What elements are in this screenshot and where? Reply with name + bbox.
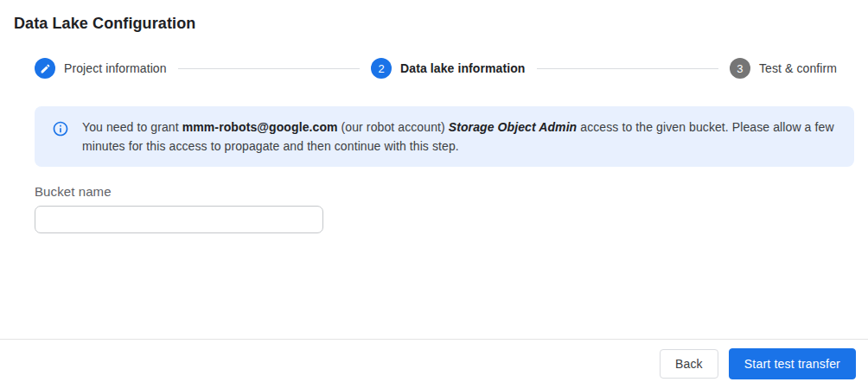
banner-role-name: Storage Object Admin — [449, 120, 578, 134]
info-banner: You need to grant mmm-robots@google.com … — [35, 106, 854, 167]
bucket-name-label: Bucket name — [35, 184, 868, 199]
step-3-badge: 3 — [730, 58, 750, 79]
step-label-project-information: Project information — [64, 61, 167, 75]
start-test-transfer-button[interactable]: Start test transfer — [729, 348, 856, 379]
info-banner-text: You need to grant mmm-robots@google.com … — [82, 118, 837, 156]
step-2-badge: 2 — [371, 58, 392, 79]
back-button[interactable]: Back — [660, 349, 718, 379]
stepper-connector — [178, 68, 360, 69]
data-lake-configuration-page: Data Lake Configuration Project informat… — [0, 0, 868, 382]
step-label-data-lake-information: Data lake information — [400, 61, 525, 75]
bucket-name-field: Bucket name — [35, 184, 868, 233]
bucket-name-input[interactable] — [35, 206, 323, 233]
banner-text-part1: You need to grant — [82, 120, 182, 134]
stepper: Project information 2 Data lake informat… — [35, 58, 837, 79]
footer-action-bar: Back Start test transfer — [0, 339, 868, 382]
banner-text-part2: (our robot account) — [338, 120, 449, 134]
step-label-test-confirm: Test & confirm — [759, 61, 837, 75]
step-project-information[interactable]: Project information — [35, 58, 167, 79]
edit-pencil-icon — [35, 58, 55, 79]
step-test-confirm[interactable]: 3 Test & confirm — [730, 58, 837, 79]
page-title: Data Lake Configuration — [14, 15, 868, 33]
step-data-lake-information[interactable]: 2 Data lake information — [371, 58, 525, 79]
banner-robot-account: mmm-robots@google.com — [182, 120, 338, 134]
info-icon — [52, 120, 69, 137]
stepper-connector — [537, 68, 718, 69]
